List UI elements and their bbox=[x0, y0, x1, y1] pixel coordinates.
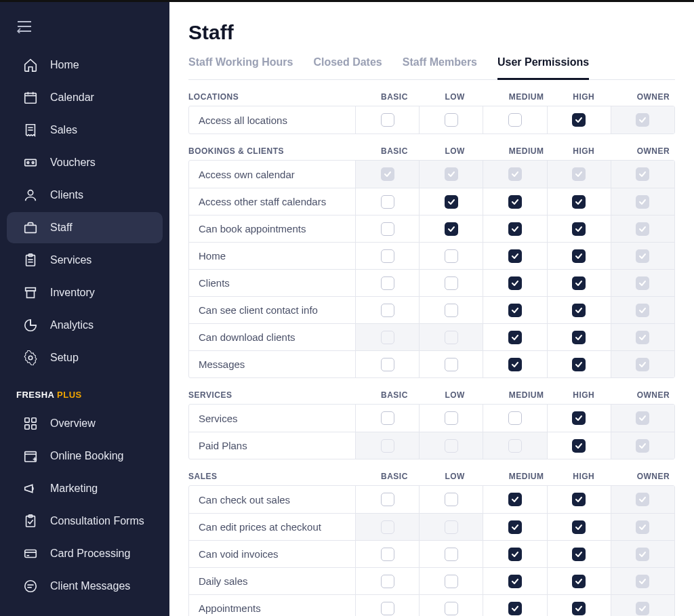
sidebar-item-card-processing[interactable]: Card Processing bbox=[7, 538, 163, 569]
permission-checkbox[interactable] bbox=[508, 276, 522, 290]
permission-checkbox[interactable] bbox=[508, 113, 522, 127]
permission-label: Daily sales bbox=[189, 568, 356, 594]
permission-checkbox[interactable] bbox=[572, 602, 586, 615]
permission-checkbox[interactable] bbox=[445, 304, 458, 317]
sidebar-item-clients[interactable]: Clients bbox=[7, 180, 163, 211]
permission-checkbox bbox=[381, 439, 394, 453]
sidebar-item-consultation-forms[interactable]: Consultation Forms bbox=[7, 506, 163, 537]
permission-checkbox[interactable] bbox=[381, 195, 394, 209]
permission-label: Can download clients bbox=[189, 324, 356, 350]
table-row: Paid Plans bbox=[189, 432, 674, 459]
sidebar-item-services[interactable]: Services bbox=[7, 245, 163, 276]
permission-checkbox[interactable] bbox=[445, 113, 458, 127]
permission-checkbox[interactable] bbox=[381, 113, 394, 127]
permission-checkbox[interactable] bbox=[508, 222, 522, 236]
permission-checkbox[interactable] bbox=[508, 249, 522, 263]
permission-checkbox[interactable] bbox=[381, 358, 394, 371]
permission-checkbox[interactable] bbox=[508, 548, 522, 561]
column-header-high: HIGH bbox=[547, 92, 611, 102]
sidebar-item-staff[interactable]: Staff bbox=[7, 212, 163, 243]
permission-checkbox[interactable] bbox=[572, 222, 586, 236]
permission-checkbox[interactable] bbox=[572, 411, 586, 425]
column-header-medium: MEDIUM bbox=[483, 390, 547, 400]
page-title: Staff bbox=[188, 21, 675, 44]
svg-point-12 bbox=[28, 190, 33, 195]
permission-checkbox[interactable] bbox=[445, 493, 458, 506]
permission-checkbox[interactable] bbox=[381, 602, 394, 615]
permission-checkbox[interactable] bbox=[445, 276, 458, 290]
permission-checkbox bbox=[445, 520, 458, 534]
permission-checkbox[interactable] bbox=[572, 548, 586, 561]
permission-checkbox[interactable] bbox=[381, 276, 394, 290]
permission-checkbox[interactable] bbox=[572, 575, 586, 588]
section-title: BOOKINGS & CLIENTS bbox=[188, 146, 355, 156]
permission-cell bbox=[548, 595, 611, 616]
tab-staff-members[interactable]: Staff Members bbox=[403, 56, 477, 79]
sidebar-item-marketing[interactable]: Marketing bbox=[7, 473, 163, 504]
permission-checkbox bbox=[636, 548, 649, 561]
permission-checkbox[interactable] bbox=[445, 358, 458, 371]
permission-label: Can check out sales bbox=[189, 486, 356, 513]
permission-checkbox[interactable] bbox=[572, 113, 586, 127]
tab-closed-dates[interactable]: Closed Dates bbox=[313, 56, 382, 79]
table-row: Access other staff calendars bbox=[189, 188, 674, 215]
permission-checkbox[interactable] bbox=[508, 520, 522, 534]
permission-checkbox[interactable] bbox=[381, 304, 394, 317]
sidebar-item-inventory[interactable]: Inventory bbox=[7, 277, 163, 308]
sidebar-item-vouchers[interactable]: Vouchers bbox=[7, 147, 163, 178]
permission-checkbox[interactable] bbox=[445, 548, 458, 561]
section-title: LOCATIONS bbox=[188, 92, 355, 102]
permission-cell bbox=[548, 243, 611, 269]
permission-checkbox[interactable] bbox=[572, 331, 586, 344]
permission-checkbox[interactable] bbox=[381, 411, 394, 425]
permission-checkbox[interactable] bbox=[445, 249, 458, 263]
column-header-high: HIGH bbox=[547, 472, 611, 481]
permission-checkbox[interactable] bbox=[572, 276, 586, 290]
permission-checkbox[interactable] bbox=[508, 304, 522, 317]
permission-checkbox bbox=[636, 358, 649, 371]
permission-checkbox[interactable] bbox=[508, 358, 522, 371]
permission-cell bbox=[611, 486, 674, 513]
permission-checkbox[interactable] bbox=[508, 575, 522, 588]
permission-checkbox[interactable] bbox=[445, 575, 458, 588]
permission-checkbox[interactable] bbox=[445, 602, 458, 615]
permission-checkbox[interactable] bbox=[572, 493, 586, 506]
permission-checkbox[interactable] bbox=[572, 358, 586, 371]
sidebar-item-home[interactable]: Home bbox=[7, 49, 163, 81]
permission-cell bbox=[548, 106, 611, 134]
sidebar-item-analytics[interactable]: Analytics bbox=[7, 310, 163, 341]
permission-checkbox[interactable] bbox=[445, 222, 458, 236]
sidebar-item-online-booking[interactable]: Online Booking bbox=[7, 440, 163, 472]
permission-checkbox[interactable] bbox=[508, 493, 522, 506]
permission-cell bbox=[548, 514, 611, 540]
permission-checkbox[interactable] bbox=[508, 602, 522, 615]
sidebar-item-setup[interactable]: Setup bbox=[7, 342, 163, 373]
permission-checkbox[interactable] bbox=[381, 548, 394, 561]
permission-checkbox[interactable] bbox=[508, 331, 522, 344]
sidebar-item-calendar[interactable]: Calendar bbox=[7, 82, 163, 113]
permission-checkbox[interactable] bbox=[445, 411, 458, 425]
permission-checkbox[interactable] bbox=[572, 520, 586, 534]
permission-checkbox[interactable] bbox=[508, 411, 522, 425]
permission-cell bbox=[420, 568, 483, 594]
permission-checkbox[interactable] bbox=[572, 195, 586, 209]
column-header-medium: MEDIUM bbox=[483, 472, 547, 481]
permission-checkbox[interactable] bbox=[445, 195, 458, 209]
column-header-owner: OWNER bbox=[611, 472, 675, 481]
permission-checkbox[interactable] bbox=[381, 222, 394, 236]
table-row: Messages bbox=[189, 350, 674, 377]
permission-cell bbox=[611, 514, 674, 540]
permission-checkbox[interactable] bbox=[381, 575, 394, 588]
permission-checkbox[interactable] bbox=[381, 493, 394, 506]
permission-checkbox[interactable] bbox=[508, 195, 522, 209]
sidebar-item-overview[interactable]: Overview bbox=[7, 408, 163, 439]
permission-checkbox[interactable] bbox=[572, 249, 586, 263]
sidebar-toggle[interactable] bbox=[0, 16, 169, 48]
sidebar-item-client-messages[interactable]: Client Messages bbox=[7, 571, 163, 602]
tab-user-permissions[interactable]: User Permissions bbox=[497, 56, 589, 80]
sidebar-item-sales[interactable]: Sales bbox=[7, 115, 163, 146]
permission-checkbox[interactable] bbox=[572, 439, 586, 453]
permission-checkbox[interactable] bbox=[572, 304, 586, 317]
permission-checkbox[interactable] bbox=[381, 249, 394, 263]
tab-staff-working-hours[interactable]: Staff Working Hours bbox=[188, 56, 293, 79]
